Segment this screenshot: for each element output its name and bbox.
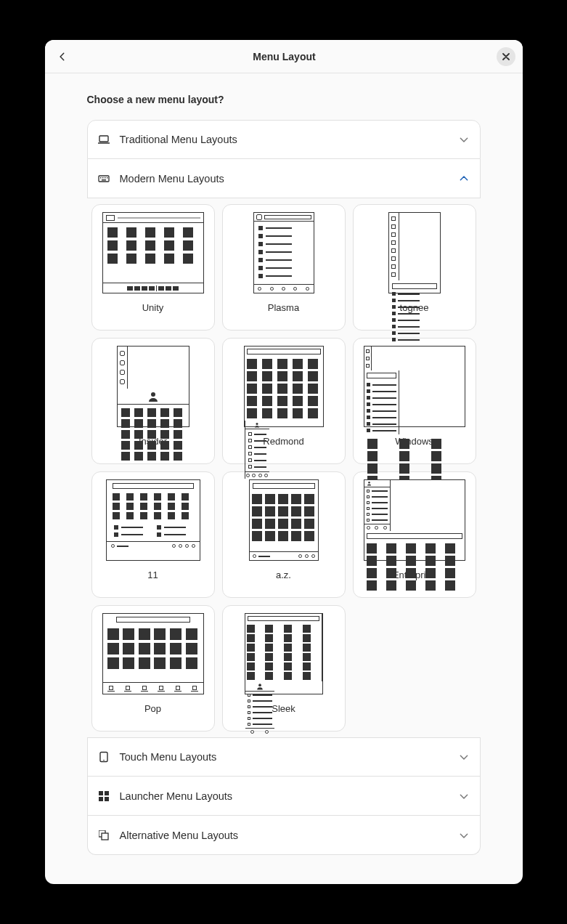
layout-thumbnail <box>102 613 204 694</box>
layout-thumbnail <box>117 346 189 427</box>
back-button[interactable] <box>52 46 73 67</box>
chevron-down-icon <box>458 790 470 802</box>
layout-thumbnail <box>245 613 323 694</box>
chevron-down-icon <box>458 751 470 763</box>
page-title: Menu Layout <box>253 51 315 62</box>
layout-thumbnail <box>106 479 200 561</box>
category-label: Modern Menu Layouts <box>120 173 448 185</box>
layout-option-unity[interactable]: Unity <box>91 204 215 331</box>
category-label: Launcher Menu Layouts <box>120 790 448 802</box>
svg-rect-16 <box>105 797 109 801</box>
svg-rect-1 <box>99 176 109 182</box>
settings-window: Menu Layout Choose a new menu layout? Tr… <box>45 40 523 884</box>
layout-thumbnail <box>102 212 204 293</box>
layout-option-pop[interactable]: Pop <box>91 605 215 732</box>
layout-category-list: Traditional Menu Layouts Modern Menu Lay… <box>87 120 481 855</box>
category-alternative[interactable]: Alternative Menu Layouts <box>87 816 481 855</box>
category-traditional[interactable]: Traditional Menu Layouts <box>87 120 481 159</box>
close-icon <box>502 53 510 60</box>
layout-thumbnail <box>364 346 465 427</box>
chevron-up-icon <box>458 173 470 185</box>
layout-option-sleek[interactable]: Sleek <box>222 605 346 732</box>
titlebar: Menu Layout <box>45 40 523 73</box>
category-modern[interactable]: Modern Menu Layouts <box>87 159 481 198</box>
layout-option-eleven[interactable]: 11 <box>91 471 215 598</box>
layout-option-az[interactable]: a.z. <box>222 471 346 598</box>
layout-label: 11 <box>147 567 158 583</box>
category-touch[interactable]: Touch Menu Layouts <box>87 737 481 777</box>
layout-option-tognee[interactable]: tognee <box>353 204 476 331</box>
svg-point-10 <box>258 684 261 686</box>
svg-point-9 <box>368 482 370 484</box>
layout-label: Redmond <box>263 433 303 450</box>
layout-option-plasma[interactable]: Plasma <box>222 204 346 331</box>
chevron-left-icon <box>57 52 68 62</box>
layout-label: Unity <box>142 299 164 316</box>
svg-rect-6 <box>102 179 106 181</box>
svg-rect-15 <box>99 797 103 801</box>
svg-point-8 <box>256 423 258 425</box>
category-label: Alternative Menu Layouts <box>120 830 448 841</box>
layout-label: a.z. <box>276 567 291 583</box>
layout-label: Pop <box>144 700 161 717</box>
layout-option-enterprise[interactable]: Enterprise <box>353 471 476 598</box>
chevron-down-icon <box>458 134 470 145</box>
svg-point-7 <box>151 392 155 397</box>
layout-label: Sleek <box>272 700 295 717</box>
svg-rect-18 <box>102 833 108 840</box>
windows-icon <box>98 830 110 841</box>
svg-rect-4 <box>105 177 106 179</box>
svg-rect-3 <box>102 177 104 179</box>
section-heading: Choose a new menu layout? <box>87 94 481 105</box>
layout-option-insider[interactable]: Insider <box>91 338 215 464</box>
svg-rect-13 <box>99 791 103 795</box>
keyboard-icon <box>98 173 110 185</box>
layout-option-windows[interactable]: Windows <box>353 338 476 464</box>
category-label: Touch Menu Layouts <box>120 751 448 763</box>
tablet-icon <box>98 751 110 763</box>
grid-icon <box>98 790 110 802</box>
layout-thumbnail <box>244 346 324 427</box>
svg-point-12 <box>103 760 105 761</box>
layout-thumbnail <box>364 479 465 561</box>
category-label: Traditional Menu Layouts <box>120 134 448 145</box>
layout-label: Plasma <box>268 299 299 316</box>
close-button[interactable] <box>497 47 515 66</box>
layout-thumbnail <box>249 479 319 561</box>
svg-rect-2 <box>100 177 102 179</box>
laptop-icon <box>98 134 110 145</box>
svg-rect-14 <box>105 791 109 795</box>
content-area: Choose a new menu layout? Traditional Me… <box>45 73 523 884</box>
layout-option-redmond[interactable]: Redmond <box>222 338 346 464</box>
category-launcher[interactable]: Launcher Menu Layouts <box>87 777 481 816</box>
layout-thumbnail <box>388 212 441 293</box>
layout-thumbnail <box>253 212 314 293</box>
svg-rect-5 <box>107 177 108 179</box>
svg-rect-0 <box>99 136 108 142</box>
chevron-down-icon <box>458 830 470 841</box>
modern-layouts-grid: Unity <box>87 204 481 732</box>
